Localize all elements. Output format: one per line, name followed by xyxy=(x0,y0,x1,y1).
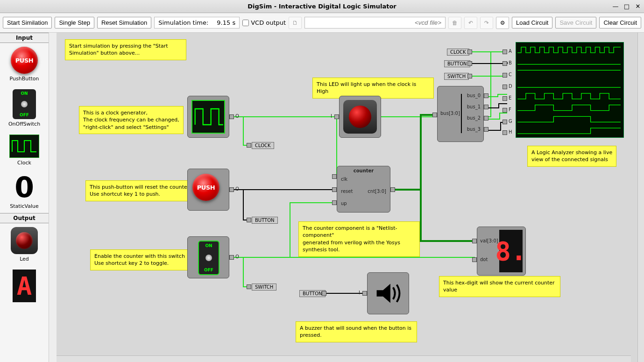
bus-port-3[interactable] xyxy=(484,127,488,132)
counter-up-label: up xyxy=(341,201,347,206)
sim-time-value: 9.15 s xyxy=(217,19,235,26)
counter-title: counter xyxy=(337,168,390,173)
input-section-header: Input xyxy=(0,33,49,43)
hex-port-dot[interactable] xyxy=(472,257,477,262)
scope-port-a[interactable] xyxy=(502,50,507,54)
vcd-output-checkbox[interactable]: VCD output xyxy=(242,19,286,26)
reset-simulation-button[interactable]: Reset Simulation xyxy=(97,17,151,28)
clock-component[interactable] xyxy=(187,96,229,138)
new-file-icon[interactable]: 🗋 xyxy=(289,17,302,29)
counter-port-cnt[interactable] xyxy=(390,187,395,192)
note-buzzer-info: A buzzer that will sound when the button… xyxy=(296,321,417,342)
switch-src-port[interactable] xyxy=(467,74,472,78)
scope-port-c[interactable] xyxy=(502,73,507,78)
bus-port-0[interactable] xyxy=(484,93,488,98)
logic-analyzer-component[interactable]: A B C D E F G H xyxy=(507,42,624,138)
switch-tag-port[interactable] xyxy=(247,284,251,289)
clock-port-label: O xyxy=(235,114,239,119)
hex-display-component[interactable]: val[3:0] dot 8. xyxy=(477,227,526,276)
counter-clk-label: clk xyxy=(341,177,347,182)
bus1-label: bus_1 xyxy=(467,104,481,109)
bus-port-1[interactable] xyxy=(484,105,488,109)
scope-port-d[interactable] xyxy=(502,85,507,89)
switch-component[interactable]: ONOFF xyxy=(187,236,229,278)
buzzer-button-port[interactable] xyxy=(322,291,326,296)
hex-dot-label: dot xyxy=(480,257,488,262)
clear-circuit-button[interactable]: Clear Circuit xyxy=(599,17,641,28)
counter-port-reset[interactable] xyxy=(332,187,337,192)
led-port-in[interactable] xyxy=(334,114,339,119)
bus-port-in[interactable] xyxy=(432,113,437,117)
hex-digit: 8. xyxy=(495,236,526,266)
note-start-hint: Start simulation by pressing the "Start … xyxy=(65,39,186,60)
hex-port-val[interactable] xyxy=(472,239,477,243)
window-title: DigSim - Interactive Digital Logic Simul… xyxy=(248,3,396,10)
counter-port-up[interactable] xyxy=(332,200,337,205)
palette-staticvalue[interactable]: 0 StaticValue xyxy=(0,170,49,213)
load-circuit-button[interactable]: Load Circuit xyxy=(512,17,552,28)
redo-icon[interactable]: ↷ xyxy=(480,17,493,29)
note-switch-info: Enable the counter with this switch Use … xyxy=(90,249,189,270)
push-component[interactable]: PUSH xyxy=(187,169,229,211)
switch-icon: ON OFF xyxy=(13,89,36,119)
bus0-label: bus_0 xyxy=(467,93,481,98)
clock-src-port[interactable] xyxy=(467,50,472,54)
note-clock-info: This is a clock generator, The clock fre… xyxy=(79,106,184,134)
clock-icon xyxy=(9,135,39,158)
palette-clock[interactable]: Clock xyxy=(0,131,49,170)
palette-led[interactable]: Led xyxy=(0,223,49,266)
settings-gear-icon[interactable]: ⚙ xyxy=(496,17,509,29)
palette-hexdigit[interactable]: A xyxy=(0,266,49,306)
palette-pushbutton[interactable]: PUSH PushButton xyxy=(0,43,49,85)
clock-tag[interactable]: CLOCK xyxy=(252,142,274,149)
clock-port-out[interactable] xyxy=(229,114,234,119)
button-tag-port[interactable] xyxy=(247,218,251,222)
note-counter-info: The counter component is a "Netlist-comp… xyxy=(298,221,420,257)
clock-src-tag[interactable]: CLOCK xyxy=(447,49,469,56)
horizontal-scrollbar[interactable] xyxy=(57,355,631,362)
led-component[interactable] xyxy=(339,96,381,138)
buzzer-port-in[interactable] xyxy=(362,291,367,296)
vertical-scrollbar[interactable] xyxy=(637,33,644,362)
button-tag[interactable]: BUTTON xyxy=(252,217,278,224)
counter-component[interactable]: counter clk reset up cnt[3:0] xyxy=(337,166,390,213)
vcd-output-input[interactable] xyxy=(242,20,249,26)
palette-onoffswitch[interactable]: ON OFF OnOffSwitch xyxy=(0,85,49,131)
minimize-icon[interactable]: — xyxy=(612,3,619,10)
close-icon[interactable]: ✕ xyxy=(635,3,641,10)
led-port-label: I xyxy=(331,114,332,119)
scope-port-h[interactable] xyxy=(502,130,507,135)
led-icon xyxy=(11,227,38,254)
buzzer-component[interactable] xyxy=(367,272,409,314)
delete-icon[interactable]: 🗑 xyxy=(448,17,461,29)
switch-port-out[interactable] xyxy=(229,255,234,260)
counter-port-clk[interactable] xyxy=(332,174,337,179)
push-port-label: O xyxy=(235,186,239,192)
scope-port-f[interactable] xyxy=(502,108,507,113)
counter-cnt-label: cnt[3:0] xyxy=(368,189,386,194)
vcd-file-input[interactable] xyxy=(304,17,446,28)
bus2-label: bus_2 xyxy=(467,115,481,121)
start-simulation-button[interactable]: Start Similation xyxy=(3,17,52,28)
scope-port-g[interactable] xyxy=(502,120,507,124)
undo-icon[interactable]: ↶ xyxy=(464,17,477,29)
switch-port-label: O xyxy=(235,254,239,259)
single-step-button[interactable]: Single Step xyxy=(55,17,94,28)
circuit-canvas[interactable]: Start simulation by pressing the "Start … xyxy=(57,33,637,362)
scope-port-e[interactable] xyxy=(502,96,507,101)
switch-tag[interactable]: SWITCH xyxy=(252,284,276,291)
bus3-label: bus_3 xyxy=(467,127,481,132)
zero-icon: 0 xyxy=(14,173,34,201)
bus-port-2[interactable] xyxy=(484,116,488,121)
button-src-port[interactable] xyxy=(467,61,472,66)
sim-time-label: Simulation time: xyxy=(158,19,208,26)
scope-port-b[interactable] xyxy=(502,61,507,66)
switch-src-tag[interactable]: SWITCH xyxy=(444,73,469,80)
button-src-tag[interactable]: BUTTON xyxy=(444,60,470,67)
clock-tag-port[interactable] xyxy=(247,143,251,148)
toolbar: Start Similation Single Step Reset Simul… xyxy=(0,13,644,33)
push-port-out[interactable] xyxy=(229,187,234,192)
save-circuit-button[interactable]: Save Circuit xyxy=(555,17,596,28)
bus-splitter-component[interactable]: bus[3:0] bus_0 bus_1 bus_2 bus_3 xyxy=(437,86,484,142)
maximize-icon[interactable]: □ xyxy=(623,3,630,10)
